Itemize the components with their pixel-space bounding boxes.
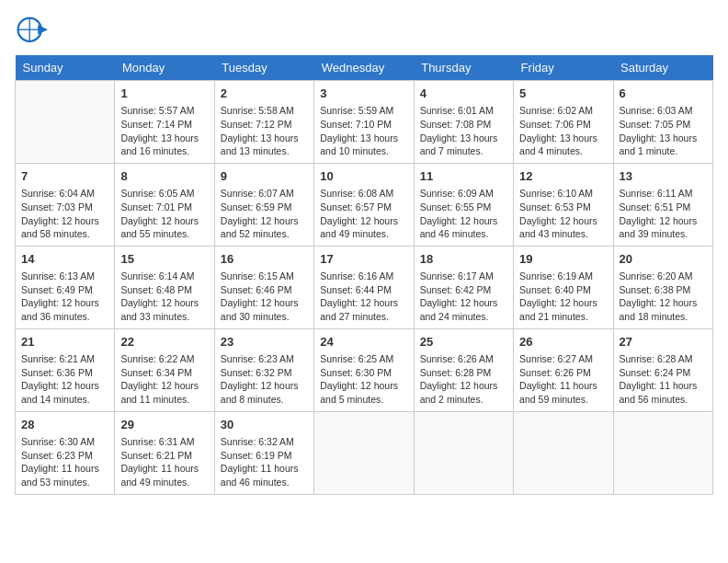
day-info: Sunrise: 6:26 AM Sunset: 6:28 PM Dayligh… bbox=[420, 352, 507, 407]
calendar-cell: 17Sunrise: 6:16 AM Sunset: 6:44 PM Dayli… bbox=[314, 246, 414, 328]
day-number: 4 bbox=[420, 86, 507, 102]
week-row-3: 21Sunrise: 6:21 AM Sunset: 6:36 PM Dayli… bbox=[16, 328, 713, 411]
day-number: 9 bbox=[221, 168, 308, 185]
calendar-cell bbox=[514, 411, 613, 494]
calendar-cell bbox=[414, 411, 513, 494]
day-number: 14 bbox=[21, 251, 108, 268]
day-info: Sunrise: 6:27 AM Sunset: 6:26 PM Dayligh… bbox=[519, 352, 607, 407]
calendar-cell: 21Sunrise: 6:21 AM Sunset: 6:36 PM Dayli… bbox=[16, 328, 115, 411]
day-number: 10 bbox=[320, 168, 407, 185]
calendar-cell: 7Sunrise: 6:04 AM Sunset: 7:03 PM Daylig… bbox=[16, 163, 115, 246]
day-number: 3 bbox=[320, 86, 407, 102]
calendar-cell: 12Sunrise: 6:10 AM Sunset: 6:53 PM Dayli… bbox=[514, 163, 613, 246]
week-row-4: 28Sunrise: 6:30 AM Sunset: 6:23 PM Dayli… bbox=[16, 411, 713, 494]
day-number: 12 bbox=[519, 168, 607, 185]
week-row-1: 7Sunrise: 6:04 AM Sunset: 7:03 PM Daylig… bbox=[16, 163, 713, 246]
day-number: 23 bbox=[221, 334, 308, 350]
calendar-cell: 5Sunrise: 6:02 AM Sunset: 7:06 PM Daylig… bbox=[514, 81, 613, 164]
day-number: 19 bbox=[519, 251, 607, 268]
day-number: 5 bbox=[519, 86, 607, 102]
day-info: Sunrise: 6:11 AM Sunset: 6:51 PM Dayligh… bbox=[620, 187, 707, 241]
header-row: SundayMondayTuesdayWednesdayThursdayFrid… bbox=[16, 55, 713, 81]
day-info: Sunrise: 6:25 AM Sunset: 6:30 PM Dayligh… bbox=[320, 352, 407, 407]
header-day-friday: Friday bbox=[514, 55, 613, 81]
calendar-cell: 15Sunrise: 6:14 AM Sunset: 6:48 PM Dayli… bbox=[115, 246, 214, 328]
header-day-saturday: Saturday bbox=[613, 55, 712, 81]
calendar-cell bbox=[16, 81, 115, 164]
week-row-0: 1Sunrise: 5:57 AM Sunset: 7:14 PM Daylig… bbox=[16, 81, 713, 164]
header-day-wednesday: Wednesday bbox=[314, 55, 414, 81]
day-number: 7 bbox=[21, 168, 108, 185]
calendar-cell: 16Sunrise: 6:15 AM Sunset: 6:46 PM Dayli… bbox=[214, 246, 313, 328]
day-info: Sunrise: 6:21 AM Sunset: 6:36 PM Dayligh… bbox=[21, 352, 108, 407]
day-info: Sunrise: 5:58 AM Sunset: 7:12 PM Dayligh… bbox=[221, 104, 308, 158]
calendar-cell: 22Sunrise: 6:22 AM Sunset: 6:34 PM Dayli… bbox=[115, 328, 214, 411]
day-info: Sunrise: 6:02 AM Sunset: 7:06 PM Dayligh… bbox=[519, 104, 607, 158]
day-info: Sunrise: 6:09 AM Sunset: 6:55 PM Dayligh… bbox=[420, 187, 507, 241]
day-info: Sunrise: 6:28 AM Sunset: 6:24 PM Dayligh… bbox=[620, 352, 707, 407]
day-info: Sunrise: 6:20 AM Sunset: 6:38 PM Dayligh… bbox=[620, 270, 707, 324]
day-info: Sunrise: 6:08 AM Sunset: 6:57 PM Dayligh… bbox=[320, 187, 407, 241]
day-info: Sunrise: 6:04 AM Sunset: 7:03 PM Dayligh… bbox=[21, 187, 108, 241]
page-header bbox=[15, 15, 713, 48]
calendar-cell: 13Sunrise: 6:11 AM Sunset: 6:51 PM Dayli… bbox=[613, 163, 712, 246]
day-number: 27 bbox=[620, 334, 707, 350]
day-number: 6 bbox=[620, 86, 707, 102]
day-number: 20 bbox=[620, 251, 707, 268]
calendar-cell bbox=[314, 411, 414, 494]
day-info: Sunrise: 6:05 AM Sunset: 7:01 PM Dayligh… bbox=[120, 187, 208, 241]
day-info: Sunrise: 6:16 AM Sunset: 6:44 PM Dayligh… bbox=[320, 270, 407, 324]
day-info: Sunrise: 6:32 AM Sunset: 6:19 PM Dayligh… bbox=[221, 435, 308, 489]
calendar-cell: 20Sunrise: 6:20 AM Sunset: 6:38 PM Dayli… bbox=[613, 246, 712, 328]
day-number: 11 bbox=[420, 168, 507, 185]
calendar-cell: 25Sunrise: 6:26 AM Sunset: 6:28 PM Dayli… bbox=[414, 328, 513, 411]
calendar-cell: 9Sunrise: 6:07 AM Sunset: 6:59 PM Daylig… bbox=[214, 163, 313, 246]
calendar-cell: 6Sunrise: 6:03 AM Sunset: 7:05 PM Daylig… bbox=[613, 81, 712, 164]
day-number: 30 bbox=[221, 417, 308, 433]
calendar-cell: 23Sunrise: 6:23 AM Sunset: 6:32 PM Dayli… bbox=[214, 328, 313, 411]
calendar-cell: 24Sunrise: 6:25 AM Sunset: 6:30 PM Dayli… bbox=[314, 328, 414, 411]
calendar-cell: 30Sunrise: 6:32 AM Sunset: 6:19 PM Dayli… bbox=[214, 411, 313, 494]
header-day-thursday: Thursday bbox=[414, 55, 513, 81]
day-number: 24 bbox=[320, 334, 407, 350]
day-info: Sunrise: 6:14 AM Sunset: 6:48 PM Dayligh… bbox=[120, 270, 208, 324]
day-info: Sunrise: 5:59 AM Sunset: 7:10 PM Dayligh… bbox=[320, 104, 407, 158]
calendar-cell: 27Sunrise: 6:28 AM Sunset: 6:24 PM Dayli… bbox=[613, 328, 712, 411]
day-info: Sunrise: 6:03 AM Sunset: 7:05 PM Dayligh… bbox=[620, 104, 707, 158]
day-number: 26 bbox=[519, 334, 607, 350]
day-info: Sunrise: 6:01 AM Sunset: 7:08 PM Dayligh… bbox=[420, 104, 507, 158]
day-info: Sunrise: 6:17 AM Sunset: 6:42 PM Dayligh… bbox=[420, 270, 507, 324]
day-info: Sunrise: 6:23 AM Sunset: 6:32 PM Dayligh… bbox=[221, 352, 308, 407]
day-number: 16 bbox=[221, 251, 308, 268]
calendar-cell: 14Sunrise: 6:13 AM Sunset: 6:49 PM Dayli… bbox=[16, 246, 115, 328]
day-info: Sunrise: 6:30 AM Sunset: 6:23 PM Dayligh… bbox=[21, 435, 108, 489]
day-info: Sunrise: 5:57 AM Sunset: 7:14 PM Dayligh… bbox=[120, 104, 208, 158]
calendar-cell: 11Sunrise: 6:09 AM Sunset: 6:55 PM Dayli… bbox=[414, 163, 513, 246]
header-day-sunday: Sunday bbox=[16, 55, 115, 81]
header-day-monday: Monday bbox=[115, 55, 214, 81]
logo-icon bbox=[15, 15, 48, 48]
day-info: Sunrise: 6:10 AM Sunset: 6:53 PM Dayligh… bbox=[519, 187, 607, 241]
calendar-cell: 10Sunrise: 6:08 AM Sunset: 6:57 PM Dayli… bbox=[314, 163, 414, 246]
day-number: 18 bbox=[420, 251, 507, 268]
day-number: 1 bbox=[120, 86, 208, 102]
calendar-cell bbox=[613, 411, 712, 494]
day-number: 22 bbox=[120, 334, 208, 350]
calendar-cell: 1Sunrise: 5:57 AM Sunset: 7:14 PM Daylig… bbox=[115, 81, 214, 164]
header-day-tuesday: Tuesday bbox=[214, 55, 313, 81]
day-info: Sunrise: 6:15 AM Sunset: 6:46 PM Dayligh… bbox=[221, 270, 308, 324]
day-info: Sunrise: 6:19 AM Sunset: 6:40 PM Dayligh… bbox=[519, 270, 607, 324]
day-number: 28 bbox=[21, 417, 108, 433]
day-number: 21 bbox=[21, 334, 108, 350]
calendar-cell: 4Sunrise: 6:01 AM Sunset: 7:08 PM Daylig… bbox=[414, 81, 513, 164]
day-info: Sunrise: 6:13 AM Sunset: 6:49 PM Dayligh… bbox=[21, 270, 108, 324]
day-number: 25 bbox=[420, 334, 507, 350]
calendar-cell: 28Sunrise: 6:30 AM Sunset: 6:23 PM Dayli… bbox=[16, 411, 115, 494]
calendar-table: SundayMondayTuesdayWednesdayThursdayFrid… bbox=[15, 55, 713, 495]
day-number: 17 bbox=[320, 251, 407, 268]
calendar-cell: 3Sunrise: 5:59 AM Sunset: 7:10 PM Daylig… bbox=[314, 81, 414, 164]
day-info: Sunrise: 6:07 AM Sunset: 6:59 PM Dayligh… bbox=[221, 187, 308, 241]
calendar-cell: 26Sunrise: 6:27 AM Sunset: 6:26 PM Dayli… bbox=[514, 328, 613, 411]
day-number: 2 bbox=[221, 86, 308, 102]
calendar-cell: 18Sunrise: 6:17 AM Sunset: 6:42 PM Dayli… bbox=[414, 246, 513, 328]
